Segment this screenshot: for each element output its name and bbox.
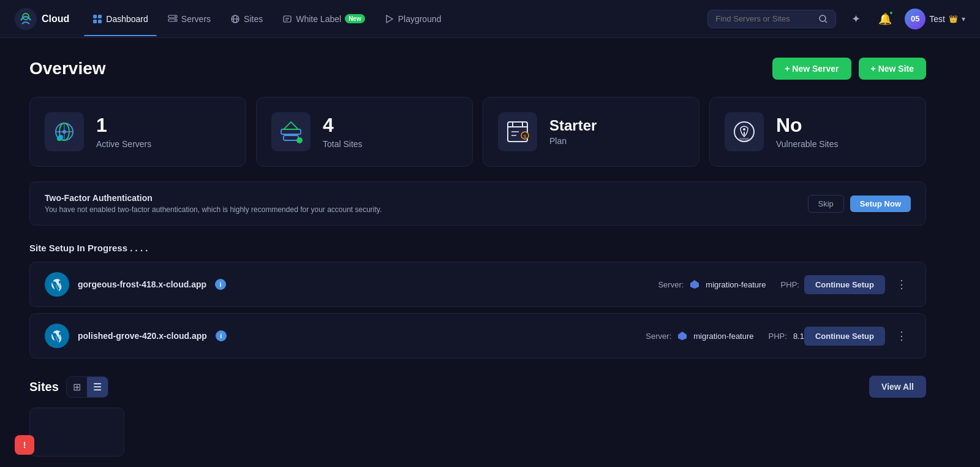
site-info-icon-2[interactable]: i — [216, 330, 227, 341]
skip-button[interactable]: Skip — [808, 195, 844, 213]
search-input[interactable] — [715, 14, 813, 23]
vulnerable-count: No — [776, 115, 838, 136]
more-options-btn-2[interactable]: ⋮ — [892, 327, 911, 345]
sites-grid — [29, 408, 926, 457]
user-menu[interactable]: 05 Test 👑 ▾ — [905, 9, 965, 29]
active-servers-count: 1 — [96, 115, 151, 136]
search-icon — [818, 14, 828, 24]
svg-rect-13 — [284, 16, 291, 22]
grid-icon: ⊞ — [73, 381, 81, 393]
site-card-partial[interactable] — [29, 408, 124, 457]
site-row-2: polished-grove-420.x-cloud.app i Server:… — [29, 313, 926, 359]
avatar: 05 — [905, 9, 925, 29]
view-all-button[interactable]: View All — [869, 376, 926, 398]
stat-icon-vulnerable — [725, 112, 764, 151]
nav-item-dashboard[interactable]: Dashboard — [84, 9, 157, 29]
setup-now-button[interactable]: Setup Now — [850, 196, 911, 212]
stat-info-vulnerable: No Vulnerable Sites — [776, 115, 838, 148]
nav-servers-label: Servers — [181, 14, 211, 24]
svg-point-29 — [296, 137, 303, 143]
svg-point-9 — [175, 20, 176, 21]
stat-card-plan: $ Starter Plan — [483, 97, 699, 167]
site-info-icon-1[interactable]: i — [215, 279, 226, 290]
svg-rect-40 — [744, 132, 745, 135]
main-content: Overview + New Server + New Site 1 — [0, 38, 956, 467]
server-label-2: Server: — [646, 332, 671, 341]
site-php-2: PHP: 8.1 — [769, 332, 804, 341]
nav-item-whitelabel[interactable]: White Label New — [274, 9, 374, 29]
continue-setup-btn-2[interactable]: Continue Setup — [804, 327, 885, 346]
site-row-right-1: Continue Setup ⋮ — [804, 275, 911, 294]
logo-icon — [15, 8, 37, 30]
site-row-left-2: polished-grove-420.x-cloud.app i — [45, 324, 646, 348]
svg-rect-27 — [284, 135, 298, 140]
nav-item-sites[interactable]: Sites — [222, 9, 271, 29]
twofa-title: Two-Factor Authentication — [45, 193, 382, 203]
stat-card-vulnerable: No Vulnerable Sites — [709, 97, 926, 167]
sites-header-left: Sites ⊞ ☰ — [29, 376, 108, 398]
wordpress-icon-1 — [45, 272, 69, 297]
site-name-2: polished-grove-420.x-cloud.app — [78, 331, 207, 341]
nav-right: ✦ 🔔 05 Test 👑 ▾ — [707, 9, 965, 29]
server-brand-icon-1 — [688, 278, 701, 290]
nav-whitelabel-label: White Label — [296, 14, 341, 24]
grid-view-btn[interactable]: ⊞ — [67, 377, 87, 397]
stat-icon-plan: $ — [498, 112, 537, 151]
logo[interactable]: Cloud — [15, 8, 69, 30]
site-meta-2: Server: migration-feature PHP: 8.1 — [646, 330, 804, 342]
twofa-text: Two-Factor Authentication You have not e… — [45, 193, 382, 214]
svg-marker-43 — [690, 280, 699, 289]
total-sites-label: Total Sites — [323, 139, 363, 149]
playground-nav-icon — [385, 14, 394, 24]
new-site-button[interactable]: + New Site — [859, 58, 926, 80]
total-sites-count: 4 — [323, 115, 363, 136]
sites-nav-icon — [230, 14, 240, 24]
site-server-2: Server: migration-feature — [646, 330, 753, 342]
stat-card-active-servers: 1 Active Servers — [29, 97, 246, 167]
server-brand-icon-2 — [676, 330, 688, 342]
more-options-btn-1[interactable]: ⋮ — [892, 275, 911, 294]
php-version-2: 8.1 — [793, 332, 804, 341]
site-name-1: gorgeous-frost-418.x-cloud.app — [78, 279, 206, 289]
svg-rect-41 — [739, 138, 749, 140]
svg-marker-45 — [678, 332, 687, 340]
continue-setup-btn-1[interactable]: Continue Setup — [804, 275, 885, 294]
nav-playground-label: Playground — [398, 14, 442, 24]
svg-point-17 — [820, 15, 826, 21]
stat-info-plan: Starter Plan — [549, 118, 597, 146]
twofa-actions: Skip Setup Now — [808, 195, 911, 213]
server-label-1: Server: — [658, 280, 684, 289]
twofa-description: You have not enabled two-factor authenti… — [45, 205, 382, 214]
plan-label: Plan — [549, 136, 597, 146]
notification-dot — [889, 10, 894, 15]
site-php-1: PHP: — [781, 280, 804, 289]
server-name-1: migration-feature — [706, 280, 766, 289]
svg-rect-5 — [98, 20, 102, 23]
list-view-btn[interactable]: ☰ — [87, 377, 108, 397]
sites-header: Sites ⊞ ☰ View All — [29, 376, 926, 398]
svg-rect-4 — [93, 20, 97, 23]
site-row: gorgeous-frost-418.x-cloud.app i Server:… — [29, 262, 926, 307]
notifications-btn[interactable]: 🔔 — [875, 9, 895, 29]
search-bar[interactable] — [707, 10, 836, 28]
sparkle-btn[interactable]: ✦ — [846, 9, 865, 29]
new-server-button[interactable]: + New Server — [772, 58, 851, 80]
nav-item-servers[interactable]: Servers — [159, 9, 219, 29]
stat-card-total-sites: 4 Total Sites — [256, 97, 473, 167]
username: Test — [929, 14, 945, 24]
svg-rect-2 — [93, 15, 97, 18]
stat-icon-servers — [45, 112, 84, 151]
svg-point-25 — [58, 135, 63, 140]
list-icon: ☰ — [93, 381, 102, 393]
site-row-right-2: Continue Setup ⋮ — [804, 327, 911, 346]
sites-section-title: Sites — [29, 380, 59, 394]
site-meta-1: Server: migration-feature PHP: — [658, 278, 804, 290]
svg-rect-3 — [98, 15, 102, 18]
svg-marker-16 — [386, 15, 393, 23]
header-actions: + New Server + New Site — [772, 58, 926, 80]
nav-links: Dashboard Servers Sites White Label New … — [84, 9, 703, 29]
site-server-1: Server: migration-feature — [658, 278, 766, 290]
bottom-notification[interactable]: ! — [15, 435, 34, 455]
nav-item-playground[interactable]: Playground — [376, 9, 450, 29]
svg-point-39 — [743, 128, 745, 131]
